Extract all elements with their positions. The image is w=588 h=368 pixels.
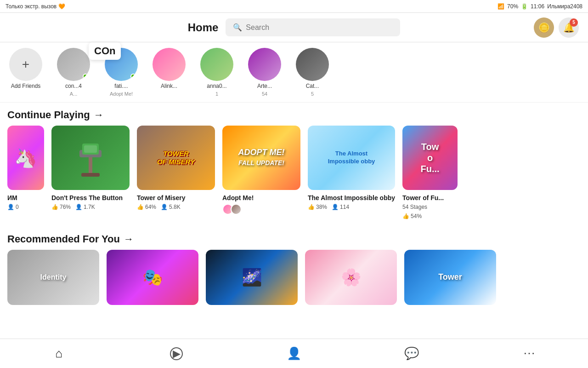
rec-card-identity[interactable]: Identity — [7, 250, 99, 309]
friend-sub-con: A... — [70, 91, 78, 97]
players-stat-dptb: 👤 1.7K — [75, 204, 95, 210]
friend-item-con[interactable]: con...4 A... — [55, 48, 92, 97]
svg-rect-1 — [81, 173, 100, 177]
friend-item-alink[interactable]: Alink... — [151, 48, 187, 89]
rec-card-dark[interactable]: 🎭 — [107, 250, 198, 309]
like-icon-dptb: 👍 — [51, 204, 58, 210]
page-title: Home — [188, 21, 219, 34]
robux-button[interactable]: 🪙 — [534, 17, 554, 38]
pink-label: 🌸 — [341, 268, 362, 287]
recommended-header[interactable]: Recommended For You → — [0, 227, 588, 250]
friend-item-arte[interactable]: Arte... 54 — [246, 48, 283, 97]
add-friends-label: Add Friends — [11, 83, 41, 89]
bottom-nav: ⌂ ▶ 👤 💬 ⋯ — [0, 339, 588, 368]
svg-rect-4 — [84, 145, 97, 153]
game-card-im[interactable]: 🦄 ИМ 👤 0 — [7, 126, 44, 219]
nav-chat[interactable]: 💬 — [353, 339, 470, 368]
dark-game-label: 🎭 — [142, 268, 163, 287]
more-icon: ⋯ — [523, 346, 535, 361]
notifications-button[interactable]: 🔔 5 — [559, 17, 579, 38]
identity-label: Identity — [40, 273, 67, 282]
game-stats-dptb: 👍 76% 👤 1.7K — [51, 204, 130, 210]
nav-bar: Home 🔍 🪙 🔔 5 — [0, 13, 588, 42]
online-indicator-fati — [130, 74, 136, 79]
game-card-tof[interactable]: TowoFu... Tower of Fu... 54 Stages 👍 54% — [402, 126, 458, 219]
friend-avatar-anna — [200, 48, 233, 81]
friend-avatar-arte — [248, 48, 281, 81]
tower2-label: TowoFu... — [421, 141, 440, 174]
game-name-dptb: Don't Press The Button — [51, 194, 130, 202]
continue-playing-title: Continue Playing — [7, 109, 90, 121]
continue-playing-header[interactable]: Continue Playing → — [0, 103, 588, 126]
friend-name-con: con...4 — [65, 83, 82, 89]
username-display: Ильмира2408 — [547, 3, 582, 10]
likes-count-tof: 54% — [411, 213, 422, 219]
friends-row: + Add Friends con...4 A... fati.... Adop… — [0, 42, 588, 103]
friend-name-arte: Arte... — [257, 83, 272, 89]
search-icon: 🔍 — [233, 23, 242, 32]
player-avatars-adopt — [222, 204, 242, 215]
friend-name-fati: fati.... — [114, 83, 128, 89]
battery-percent: 70% — [507, 3, 518, 10]
nav-actions: 🪙 🔔 5 — [534, 17, 579, 38]
players-count-tom: 5.8K — [169, 204, 181, 210]
game-name-tof: Tower of Fu... — [402, 194, 458, 202]
status-bar: Только экстр. вызов 🧡 📶 70% 🔋 11:06 Ильм… — [0, 0, 588, 13]
friend-name-cat: Cat... — [306, 83, 319, 89]
nav-avatar[interactable]: 👤 — [235, 339, 353, 368]
friend-name-alink: Alink... — [161, 83, 177, 89]
players-icon-tom: 👤 — [161, 204, 168, 210]
obby-label: The AlmostImpossible obby — [328, 150, 375, 166]
search-input[interactable] — [246, 23, 393, 32]
game-card-adopt[interactable]: ADOPT ME!FALL UPDATE! Adopt Me! — [222, 126, 300, 219]
svg-rect-0 — [89, 155, 92, 174]
search-bar[interactable]: 🔍 — [226, 18, 400, 36]
home-icon: ⌂ — [55, 346, 62, 361]
players-icon-obby: 👤 — [332, 204, 339, 210]
continue-playing-arrow: → — [94, 109, 104, 121]
friend-sub-cat: 5 — [311, 91, 314, 97]
players-stat-im: 👤 0 — [7, 204, 19, 210]
continue-playing-games: 🦄 ИМ 👤 0 — [0, 126, 588, 227]
game-stages-tof: 54 Stages — [402, 204, 458, 211]
rec-card-towerblue[interactable]: Tower — [404, 250, 496, 309]
game-thumb-dptb — [51, 126, 130, 190]
button-game-graphic — [72, 137, 109, 178]
game-card-tom[interactable]: TOWEROF MISERY Tower of Misery 👍 64% 👤 5… — [137, 126, 215, 219]
game-name-im: ИМ — [7, 194, 44, 202]
game-thumb-tof: TowoFu... — [402, 126, 458, 190]
notification-badge: 5 — [570, 18, 578, 27]
likes-stat-tom: 👍 64% — [137, 204, 156, 210]
space-label: 🌌 — [242, 268, 262, 287]
game-stats-obby: 👍 38% 👤 114 — [308, 204, 395, 210]
recommended-title: Recommended For You — [7, 233, 120, 245]
status-left-text: Только экстр. вызов 🧡 — [6, 3, 65, 10]
nav-discover[interactable]: ▶ — [118, 339, 235, 368]
game-card-obby[interactable]: The AlmostImpossible obby The Almost Imp… — [308, 126, 395, 219]
wifi-icon: 📶 — [498, 3, 504, 10]
game-stats-tom: 👍 64% 👤 5.8K — [137, 204, 215, 210]
friend-item-anna[interactable]: anna0... 1 — [198, 48, 235, 97]
nav-more[interactable]: ⋯ — [470, 339, 588, 368]
friend-sub-fati: Adopt Me! — [110, 91, 133, 97]
game-card-dptb[interactable]: Don't Press The Button 👍 76% 👤 1.7K — [51, 126, 130, 219]
rec-thumb-dark: 🎭 — [107, 250, 198, 305]
players-stat-tom: 👤 5.8K — [161, 204, 181, 210]
add-friends-item[interactable]: + Add Friends — [7, 48, 44, 89]
rec-card-space[interactable]: 🌌 — [206, 250, 298, 309]
friend-item-cat[interactable]: Cat... 5 — [294, 48, 331, 97]
player-avatar-2 — [231, 204, 242, 215]
friend-avatar-cat — [296, 48, 329, 81]
rec-card-pink[interactable]: 🌸 — [305, 250, 397, 309]
game-thumb-im: 🦄 — [7, 126, 44, 190]
game-thumb-adopt: ADOPT ME!FALL UPDATE! — [222, 126, 300, 190]
game-thumb-obby: The AlmostImpossible obby — [308, 126, 395, 190]
game-name-obby: The Almost Impossible obby — [308, 194, 395, 202]
friend-avatar-con — [57, 48, 90, 81]
likes-stat-obby: 👍 38% — [308, 204, 327, 210]
likes-stat-tof: 👍 54% — [402, 213, 422, 219]
players-count-dptb: 1.7K — [84, 204, 95, 210]
nav-home[interactable]: ⌂ — [0, 339, 118, 368]
time-display: 11:06 — [531, 3, 544, 10]
players-icon-im: 👤 — [7, 204, 14, 210]
